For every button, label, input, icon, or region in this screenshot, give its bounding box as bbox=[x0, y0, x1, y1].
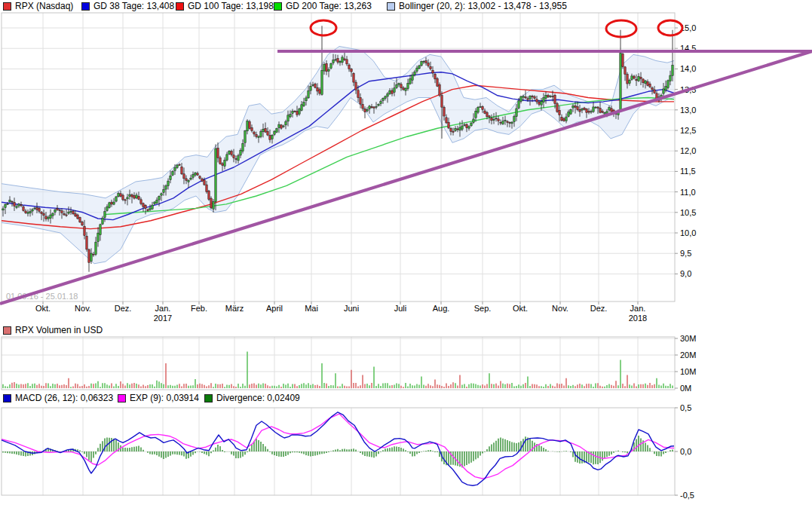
candle-body bbox=[482, 107, 483, 110]
candle-body bbox=[378, 104, 379, 106]
x-axis-label: Dez. bbox=[115, 304, 132, 313]
candle-body bbox=[568, 112, 569, 117]
breakout-circle-annotation bbox=[606, 20, 636, 37]
candle-body bbox=[489, 116, 490, 118]
candle-body bbox=[353, 73, 354, 82]
legend-label: MACD (26, 12): 0,06323 bbox=[15, 393, 113, 403]
candle-body bbox=[256, 135, 257, 137]
candle-body bbox=[351, 69, 352, 72]
candle-body bbox=[394, 88, 395, 93]
candle-body bbox=[323, 64, 325, 71]
candle-body bbox=[459, 127, 461, 130]
candle-body bbox=[240, 151, 241, 155]
candle-body bbox=[104, 212, 106, 218]
candle-body bbox=[552, 96, 553, 97]
legend-label: RPX (Nasdaq) bbox=[15, 1, 73, 11]
candle-body bbox=[38, 208, 40, 211]
candle-body bbox=[595, 107, 596, 108]
candle-body bbox=[156, 200, 158, 203]
candle-body bbox=[416, 68, 418, 72]
candle-body bbox=[75, 213, 76, 216]
candle-body bbox=[188, 180, 189, 182]
candle-body bbox=[61, 211, 63, 213]
candle-body bbox=[278, 124, 280, 127]
candle-body bbox=[504, 121, 506, 121]
candle-body bbox=[536, 99, 538, 102]
candle-body bbox=[642, 79, 644, 83]
candle-body bbox=[645, 81, 646, 84]
candle-body bbox=[450, 128, 452, 131]
candle-body bbox=[290, 115, 291, 117]
candle-body bbox=[66, 215, 67, 216]
y-axis-label: 20M bbox=[680, 350, 696, 360]
candle-body bbox=[152, 205, 153, 209]
candle-body bbox=[511, 122, 513, 124]
candle-body bbox=[280, 125, 282, 128]
candle-body bbox=[95, 242, 97, 255]
candle-body bbox=[86, 236, 87, 249]
candle-body bbox=[452, 131, 454, 132]
candle-body bbox=[118, 194, 119, 197]
x-axis-label: Juli bbox=[394, 304, 407, 313]
candle-body bbox=[52, 213, 54, 216]
candle-body bbox=[167, 181, 169, 186]
candle-body bbox=[2, 209, 4, 210]
candle-body bbox=[201, 179, 203, 181]
y-axis-label: 13,0 bbox=[680, 106, 696, 115]
breakout-circles bbox=[311, 20, 682, 37]
candle-body bbox=[174, 167, 176, 170]
candle-body bbox=[149, 208, 151, 210]
candle-body bbox=[599, 109, 601, 113]
candle-body bbox=[622, 54, 624, 67]
candle-body bbox=[563, 119, 565, 121]
candle-body bbox=[339, 61, 341, 63]
candle-body bbox=[470, 123, 472, 126]
candle-body bbox=[665, 87, 666, 90]
candle-body bbox=[355, 82, 357, 90]
bollinger-fill bbox=[2, 47, 674, 264]
candle-body bbox=[308, 91, 309, 98]
candle-body bbox=[161, 194, 162, 195]
candle-body bbox=[337, 59, 339, 63]
candle-body bbox=[14, 202, 15, 206]
candle-body bbox=[636, 79, 637, 81]
candle-body bbox=[274, 131, 275, 134]
candle-body bbox=[409, 79, 411, 84]
candle-body bbox=[480, 107, 481, 108]
candle-body bbox=[54, 210, 56, 212]
legend-item-gd200: GD 200 Tage: 13,263 bbox=[274, 1, 372, 11]
candle-body bbox=[380, 102, 381, 104]
candle-body bbox=[529, 96, 531, 99]
x-axis-label: April bbox=[266, 304, 283, 313]
y-axis-label: 9,0 bbox=[680, 269, 691, 278]
x-axis-label: Sep. bbox=[474, 304, 492, 313]
candle-body bbox=[577, 107, 578, 110]
candle-body bbox=[427, 63, 429, 66]
candle-body bbox=[258, 136, 259, 138]
candle-body bbox=[620, 54, 621, 110]
candle-body bbox=[443, 107, 445, 116]
legend-item-gd100: GD 100 Tage: 13,198 bbox=[176, 1, 274, 11]
candle-body bbox=[509, 122, 510, 123]
x-axis-label: Feb. bbox=[191, 304, 207, 313]
rpx-swatch-icon bbox=[3, 2, 11, 11]
candle-body bbox=[317, 87, 318, 91]
candle-body bbox=[140, 200, 142, 204]
x-axis-year-label: 2018 bbox=[629, 314, 647, 323]
candle-body bbox=[430, 66, 431, 69]
candle-body bbox=[667, 81, 669, 88]
candle-body bbox=[170, 176, 171, 179]
candle-body bbox=[84, 226, 85, 235]
candle-body bbox=[299, 109, 300, 115]
candle-body bbox=[507, 121, 508, 122]
legend-label: GD 38 Tage: 13,408 bbox=[93, 1, 174, 11]
candle-body bbox=[97, 233, 99, 242]
candle-body bbox=[47, 217, 49, 219]
legend-item-exp: EXP (9): 0,03914 bbox=[118, 393, 199, 403]
y-axis-label: 12,0 bbox=[680, 146, 696, 155]
candle-body bbox=[81, 222, 83, 225]
x-axis-label: Juni bbox=[344, 304, 359, 313]
candle-body bbox=[265, 128, 266, 132]
candle-body bbox=[195, 173, 196, 175]
candle-body bbox=[627, 75, 628, 84]
